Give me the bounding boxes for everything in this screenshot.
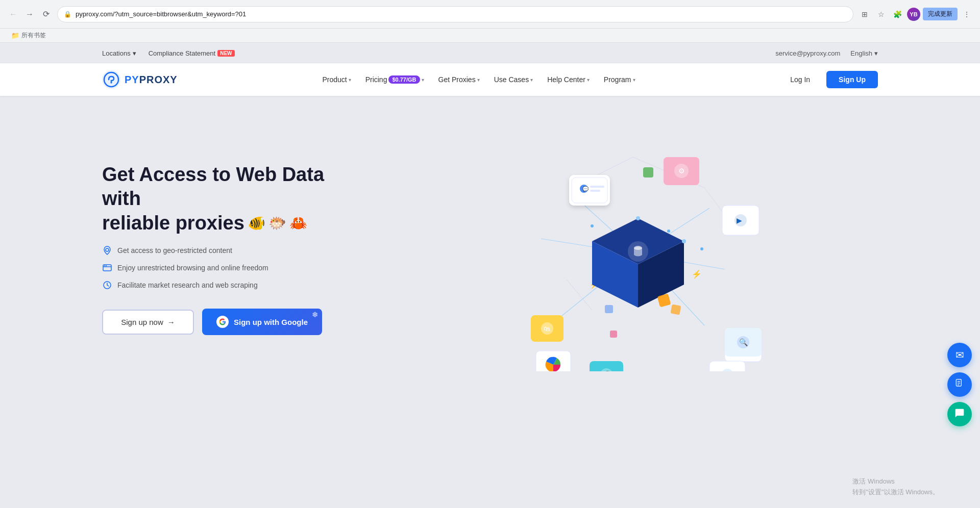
google-signup-button[interactable]: Sign up with Google ❄ [202,309,322,335]
feature-2: Enjoy unrestricted browsing and online f… [102,263,368,273]
docs-fab[interactable] [947,372,972,397]
feature-3-text: Facilitate market research and web scrap… [117,281,258,289]
svg-rect-64 [605,305,613,313]
hero-left: Get Access to Web Data with reliable pro… [102,163,368,336]
help-center-menu[interactable]: Help Center ▾ [541,71,596,88]
svg-point-18 [667,230,670,233]
svg-line-10 [592,157,633,177]
email-fab[interactable]: ✉ [947,343,972,367]
get-proxies-menu[interactable]: Get Proxies ▾ [432,71,486,88]
program-menu[interactable]: Program ▾ [598,71,642,88]
bookmark-label: 所有书签 [21,31,46,40]
svg-rect-65 [643,167,653,177]
svg-rect-34 [590,186,604,188]
svg-point-0 [102,70,120,89]
lock-icon: 🔒 [64,11,71,18]
language-chevron: ▾ [874,49,878,57]
chat-fab[interactable] [947,402,972,426]
product-menu[interactable]: Product ▾ [316,71,357,88]
profile-button[interactable]: YB [906,7,921,21]
signup-button[interactable]: Sign Up [826,71,878,88]
login-button[interactable]: Log In [780,71,820,88]
translate-button[interactable]: ⊞ [857,7,872,21]
service-email: service@pyproxy.com [775,49,840,57]
docs-fab-icon [954,378,965,391]
svg-point-6 [106,265,107,266]
logo-text: PYPROXY [125,74,178,86]
pricing-label: Pricing [365,75,387,84]
get-proxies-chevron: ▾ [477,77,480,83]
address-bar[interactable]: 🔒 pyproxy.com/?utm_source=bitbrowser&utm… [57,6,853,22]
hero-buttons: Sign up now → Sign up with Google ❄ [102,309,368,335]
geo-icon [102,245,112,256]
hero-title: Get Access to Web Data with reliable pro… [102,163,368,236]
svg-point-3 [106,248,109,251]
svg-text:🛍: 🛍 [544,325,550,333]
utility-right: service@pyproxy.com English ▾ [775,49,878,57]
svg-rect-31 [572,177,607,203]
feature-2-text: Enjoy unrestricted browsing and online f… [117,264,268,272]
chat-fab-icon [954,408,965,421]
use-cases-chevron: ▾ [530,77,533,83]
product-label: Product [322,75,347,84]
browser-actions: ⊞ ☆ 🧩 YB 完成更新 ⋮ [857,7,974,21]
utility-left: Locations ▾ Compliance Statement NEW [102,49,235,57]
feature-1: Get access to geo-restricted content [102,245,368,256]
pricing-menu[interactable]: Pricing $0.77/GB ▾ [359,71,430,88]
update-button[interactable]: 完成更新 [923,8,958,20]
extensions-button[interactable]: 🧩 [890,7,904,21]
svg-text:⚙: ⚙ [678,167,685,175]
logo-icon [102,70,120,89]
nav-auth: Log In Sign Up [780,71,878,88]
logo[interactable]: PYPROXY [102,70,178,89]
forward-button[interactable]: → [22,7,37,21]
back-button[interactable]: ← [6,7,20,21]
feature-3: Facilitate market research and web scrap… [102,280,368,290]
svg-point-19 [700,247,703,250]
windows-watermark: 激活 Windows 转到"设置"以激活 Windows。 [852,476,939,498]
svg-point-67 [636,216,640,220]
new-badge: NEW [217,50,234,57]
arrow-icon: → [167,318,175,326]
nav-buttons: ← → ⟳ [6,7,53,21]
svg-rect-63 [671,304,681,315]
nav-links: Product ▾ Pricing $0.77/GB ▾ Get Proxies… [316,71,641,88]
svg-text:⚡: ⚡ [692,269,702,279]
hero-features: Get access to geo-restricted content Enj… [102,245,368,290]
google-icon [216,316,229,328]
browse-icon [102,263,112,273]
compliance-menu[interactable]: Compliance Statement NEW [149,49,235,57]
bookmark-folder[interactable]: 📁 所有书签 [8,30,49,41]
bookmark-button[interactable]: ☆ [874,7,888,21]
site-wrapper: Locations ▾ Compliance Statement NEW ser… [0,43,980,508]
pricing-badge: $0.77/GB [388,75,420,84]
reload-button[interactable]: ⟳ [39,7,53,21]
signup-now-button[interactable]: Sign up now → [102,310,194,335]
svg-point-68 [682,239,686,243]
svg-text:🔍: 🔍 [739,338,748,347]
svg-rect-35 [590,190,600,192]
user-avatar: YB [907,8,920,21]
pricing-chevron: ▾ [422,77,424,83]
locations-chevron: ▾ [133,49,136,57]
use-cases-menu[interactable]: Use Cases ▾ [488,71,539,88]
hero-title-reliable: reliable proxies [102,211,244,236]
browser-chrome: ← → ⟳ 🔒 pyproxy.com/?utm_source=bitbrows… [0,0,980,29]
watermark-line1: 激活 Windows [852,476,939,487]
svg-point-20 [591,224,594,227]
menu-button[interactable]: ⋮ [960,7,974,21]
signup-now-label: Sign up now [121,318,163,326]
svg-point-2 [111,82,112,84]
help-center-label: Help Center [547,75,585,84]
svg-text:⚙: ⚙ [723,371,729,371]
google-signup-label: Sign up with Google [234,318,308,326]
svg-rect-66 [610,331,617,338]
bookmark-bar: 📁 所有书签 [0,29,980,43]
hero-title-line2: reliable proxies 🐠 🐡 🦀 [102,211,307,236]
language-selector[interactable]: English ▾ [850,49,878,57]
fish-emoji-1: 🐠 [248,214,265,232]
url-text: pyproxy.com/?utm_source=bitbrowser&utm_k… [76,10,246,18]
hero-section: Get Access to Web Data with reliable pro… [0,96,980,392]
locations-menu[interactable]: Locations ▾ [102,49,136,57]
locations-label: Locations [102,49,131,57]
